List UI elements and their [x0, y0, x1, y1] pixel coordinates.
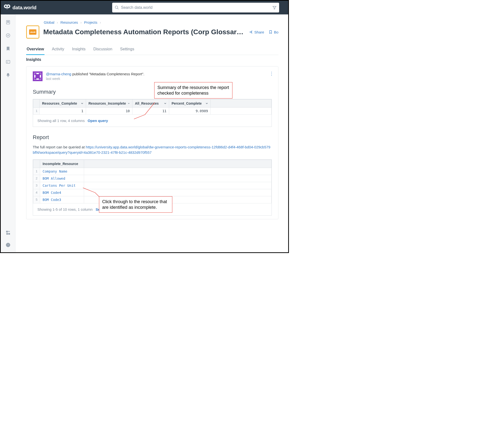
chevron-right-icon: › [80, 20, 82, 24]
svg-text:?: ? [7, 243, 9, 246]
compass-icon[interactable] [6, 33, 11, 38]
tab-overview[interactable]: Overview [26, 47, 45, 55]
table-row: 1Company Name [33, 168, 271, 175]
resource-link[interactable]: Cartons Per Unit [40, 182, 84, 189]
annotation-summary: Summary of the resources the report chec… [154, 82, 233, 98]
tab-insights[interactable]: Insights [72, 47, 86, 55]
avatar[interactable] [33, 71, 43, 81]
tab-discussion[interactable]: Discussion [93, 47, 113, 55]
breadcrumb-resources[interactable]: Resources [60, 20, 78, 24]
kebab-menu[interactable]: ⋮ [269, 71, 274, 76]
author-link[interactable]: @marna-cheng [46, 72, 71, 76]
svg-rect-18 [8, 233, 10, 235]
resource-link[interactable]: Company Name [40, 168, 84, 175]
table-row: 4BOM Code4 [33, 189, 271, 196]
breadcrumb-global[interactable]: Global [44, 20, 54, 24]
col-percent-complete[interactable]: Percent_Complete [169, 99, 211, 107]
svg-point-4 [115, 6, 118, 9]
svg-rect-7 [7, 21, 8, 22]
bookmark-button[interactable]: Bo [269, 30, 278, 34]
chevron-right-icon: › [100, 20, 101, 24]
resource-link[interactable]: BOM Code3 [40, 196, 84, 203]
svg-rect-10 [8, 22, 9, 23]
chevron-right-icon: › [57, 20, 58, 24]
svg-rect-14 [6, 231, 8, 233]
bookmark-outline-icon [269, 30, 272, 34]
search-icon [115, 5, 119, 10]
open-query-link[interactable]: Open query [88, 119, 108, 123]
search-input[interactable] [121, 5, 270, 10]
report-heading: Report [33, 134, 272, 141]
main-content: Global › Resources › Projects › Metadata… [16, 15, 288, 252]
table-row: 3Cartons Per Unit [33, 182, 271, 189]
svg-rect-16 [9, 231, 10, 232]
summary-heading: Summary [33, 89, 272, 95]
breadcrumb: Global › Resources › Projects › [44, 20, 278, 24]
bookmark-icon[interactable] [6, 46, 11, 51]
apps-icon[interactable] [6, 230, 11, 235]
search-bar[interactable] [112, 3, 279, 13]
svg-line-5 [117, 8, 119, 9]
filter-icon[interactable] [272, 5, 277, 10]
owl-icon [4, 4, 11, 11]
insight-byline: @marna-cheng published "Metadata Complet… [46, 71, 144, 77]
share-icon [249, 30, 253, 34]
chevron-down-icon [205, 102, 208, 105]
resource-link[interactable]: BOM Allowed [40, 175, 84, 182]
section-insights-label: Insights [26, 57, 278, 62]
share-button[interactable]: Share [249, 30, 264, 34]
col-resources-incomplete[interactable]: Resources_Incomplete [86, 99, 132, 107]
breadcrumb-projects[interactable]: Projects [84, 20, 97, 24]
tab-activity[interactable]: Activity [51, 47, 65, 55]
svg-rect-6 [6, 20, 10, 24]
brand-logo[interactable]: data.world [4, 4, 36, 11]
svg-point-13 [8, 76, 8, 77]
svg-rect-8 [8, 21, 9, 22]
insight-timestamp: last week [46, 77, 144, 81]
chevron-down-icon [128, 102, 130, 105]
project-type-icon [26, 25, 39, 39]
svg-point-2 [5, 6, 7, 7]
chevron-down-icon [81, 102, 83, 105]
page-title: Metadata Completeness Automation Reports… [43, 28, 245, 36]
top-bar: data.world [1, 1, 288, 15]
brand-text: data.world [13, 5, 36, 11]
help-icon[interactable]: ? [6, 242, 11, 247]
tab-settings[interactable]: Settings [120, 47, 135, 55]
org-icon[interactable] [6, 20, 11, 25]
resource-link[interactable]: BOM Code4 [40, 189, 84, 196]
left-sidebar: ? [1, 15, 16, 252]
annotation-clickthrough: Click through to the resource that are i… [99, 196, 172, 213]
bell-icon[interactable] [6, 73, 11, 78]
svg-rect-17 [6, 233, 8, 235]
tab-bar: Overview Activity Insights Discussion Se… [26, 47, 278, 55]
svg-rect-9 [7, 22, 8, 23]
task-icon[interactable] [6, 59, 11, 64]
svg-rect-15 [8, 231, 9, 232]
table-row: 2BOM Allowed [33, 175, 271, 182]
col-resources-complete[interactable]: Resources_Complete [40, 99, 86, 107]
report-intro: The full report can be queried at https:… [33, 144, 272, 156]
svg-point-3 [8, 6, 9, 7]
chevron-down-icon [164, 102, 166, 105]
col-incomplete-resource[interactable]: Incomplete_Resource [40, 160, 84, 168]
